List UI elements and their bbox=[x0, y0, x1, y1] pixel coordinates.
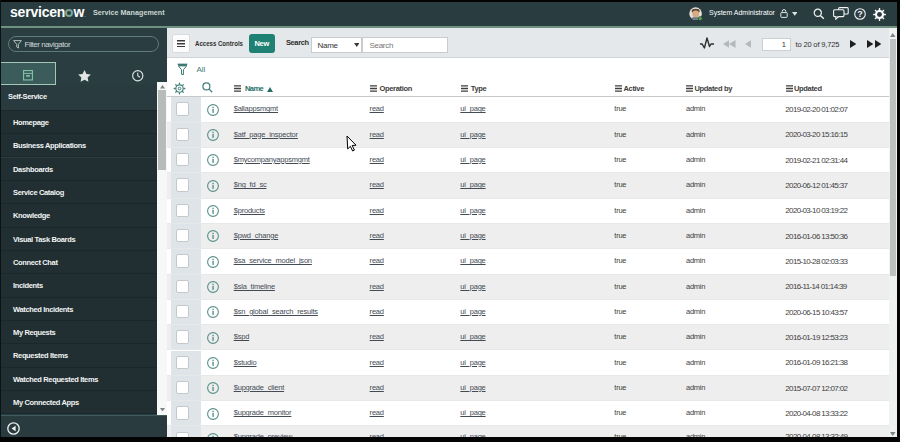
svg-text:?: ? bbox=[857, 9, 863, 19]
